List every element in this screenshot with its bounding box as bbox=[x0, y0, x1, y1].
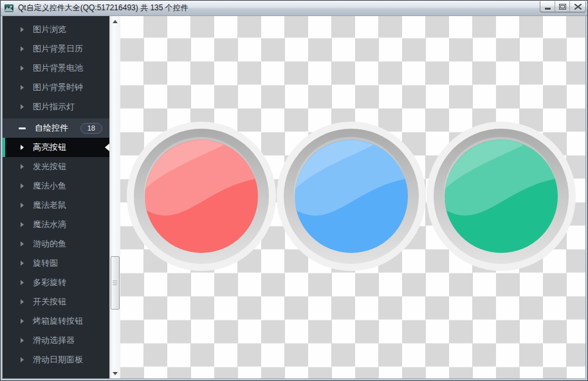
collapsed-arrow-icon bbox=[21, 241, 24, 246]
close-button[interactable] bbox=[570, 1, 585, 12]
collapsed-arrow-icon bbox=[21, 183, 24, 189]
sidebar-group-custom-drawn[interactable]: 自绘控件 18 bbox=[3, 118, 109, 138]
sidebar-item-magic-mouse[interactable]: 魔法老鼠 bbox=[3, 196, 109, 215]
expanded-minus-icon bbox=[19, 127, 26, 129]
current-item-arrow-icon bbox=[105, 144, 109, 151]
preview-area bbox=[120, 16, 585, 378]
sidebar-item-magic-fish[interactable]: 魔法小鱼 bbox=[3, 176, 109, 196]
sidebar-item-image-battery[interactable]: 图片背景电池 bbox=[3, 59, 109, 78]
selection-accent-bar bbox=[3, 138, 5, 157]
app-window: Qt自定义控件大全(QQ:517216493) 共 135 个控件 图片浏览 bbox=[0, 0, 588, 381]
sidebar-item-label: 图片背景时钟 bbox=[33, 82, 83, 93]
sidebar-scrollbar[interactable] bbox=[109, 16, 120, 378]
scrollbar-grip-icon bbox=[113, 281, 117, 286]
glossy-button-blue[interactable] bbox=[277, 122, 426, 271]
sidebar-item-image-indicator[interactable]: 图片指示灯 bbox=[3, 97, 109, 116]
close-icon bbox=[574, 4, 582, 10]
scroll-up-arrow-icon bbox=[113, 20, 118, 23]
collapsed-arrow-icon bbox=[21, 46, 24, 51]
collapsed-arrow-icon bbox=[21, 164, 24, 169]
maximize-button[interactable] bbox=[555, 1, 570, 12]
sidebar-item-label: 滑动日期面板 bbox=[33, 354, 83, 366]
sidebar-item-label: 开关按钮 bbox=[33, 296, 66, 308]
maximize-icon bbox=[559, 4, 566, 10]
app-icon bbox=[4, 3, 14, 14]
sidebar-item-label: 图片浏览 bbox=[33, 24, 66, 35]
collapsed-arrow-icon bbox=[21, 145, 24, 150]
collapsed-arrow-icon bbox=[21, 66, 24, 71]
sidebar-group-label: 自绘控件 bbox=[35, 122, 68, 134]
glossy-button-green[interactable] bbox=[427, 122, 576, 271]
sidebar-item-label: 魔法水滴 bbox=[33, 219, 66, 230]
window-controls bbox=[540, 1, 586, 12]
sidebar-item-sliding-selector[interactable]: 滑动选择器 bbox=[3, 331, 109, 350]
sidebar-item-oven-knob[interactable]: 烤箱旋转按钮 bbox=[3, 311, 109, 331]
sidebar-item-label: 魔法小鱼 bbox=[33, 180, 66, 192]
count-badge: 18 bbox=[80, 123, 102, 134]
sidebar-item-swimming-fish[interactable]: 游动的鱼 bbox=[3, 234, 109, 254]
collapsed-arrow-icon bbox=[21, 27, 24, 32]
sidebar-item-label: 发光按钮 bbox=[33, 161, 66, 172]
collapsed-arrow-icon bbox=[21, 299, 24, 304]
sidebar-item-label: 图片背景日历 bbox=[33, 43, 83, 55]
sidebar-item-highlight-button[interactable]: 高亮按钮 bbox=[3, 138, 109, 157]
sidebar-item-switch-button[interactable]: 开关按钮 bbox=[3, 292, 109, 311]
sidebar-item-image-calendar[interactable]: 图片背景日历 bbox=[3, 39, 109, 59]
collapsed-arrow-icon bbox=[21, 85, 24, 90]
collapsed-arrow-icon bbox=[21, 338, 24, 343]
window-body: 图片浏览 图片背景日历 图片背景电池 图片背景时钟 图片指示灯 自绘控件 bbox=[3, 16, 585, 378]
sidebar: 图片浏览 图片背景日历 图片背景电池 图片背景时钟 图片指示灯 自绘控件 bbox=[3, 16, 109, 378]
sidebar-item-image-browse[interactable]: 图片浏览 bbox=[3, 20, 109, 39]
scroll-up-button[interactable] bbox=[110, 16, 120, 26]
sidebar-item-colorful-rotation[interactable]: 多彩旋转 bbox=[3, 273, 109, 292]
sidebar-item-magic-drop[interactable]: 魔法水滴 bbox=[3, 215, 109, 234]
minimize-button[interactable] bbox=[540, 1, 555, 12]
scrollbar-thumb[interactable] bbox=[111, 256, 120, 310]
collapsed-arrow-icon bbox=[21, 357, 24, 362]
collapsed-arrow-icon bbox=[21, 319, 24, 324]
sidebar-item-label: 旋转圆 bbox=[33, 257, 58, 269]
sidebar-item-label: 图片背景电池 bbox=[33, 62, 83, 74]
window-title: Qt自定义控件大全(QQ:517216493) 共 135 个控件 bbox=[18, 3, 188, 14]
sidebar-item-label: 魔法老鼠 bbox=[33, 200, 66, 211]
sidebar-item-label: 图片指示灯 bbox=[33, 101, 75, 113]
sidebar-item-label: 高亮按钮 bbox=[33, 142, 66, 153]
sidebar-item-sliding-date-panel[interactable]: 滑动日期面板 bbox=[3, 350, 109, 369]
scroll-down-arrow-icon bbox=[113, 372, 118, 375]
sidebar-item-label: 滑动选择器 bbox=[33, 335, 75, 346]
sidebar-item-rotating-circle[interactable]: 旋转圆 bbox=[3, 254, 109, 273]
collapsed-arrow-icon bbox=[21, 222, 24, 227]
scroll-down-button[interactable] bbox=[110, 368, 120, 378]
collapsed-arrow-icon bbox=[21, 261, 24, 266]
minimize-icon bbox=[545, 8, 551, 10]
sidebar-item-label: 游动的鱼 bbox=[33, 238, 66, 250]
glossy-button-red[interactable] bbox=[127, 122, 276, 271]
collapsed-arrow-icon bbox=[21, 104, 24, 109]
sidebar-item-label: 烤箱旋转按钮 bbox=[33, 315, 83, 327]
collapsed-arrow-icon bbox=[21, 280, 24, 285]
sidebar-item-image-clock[interactable]: 图片背景时钟 bbox=[3, 78, 109, 97]
collapsed-arrow-icon bbox=[21, 203, 24, 208]
titlebar[interactable]: Qt自定义控件大全(QQ:517216493) 共 135 个控件 bbox=[1, 1, 587, 16]
sidebar-item-label: 多彩旋转 bbox=[33, 277, 66, 288]
glossy-buttons-canvas bbox=[120, 16, 585, 378]
sidebar-item-glow-button[interactable]: 发光按钮 bbox=[3, 157, 109, 176]
